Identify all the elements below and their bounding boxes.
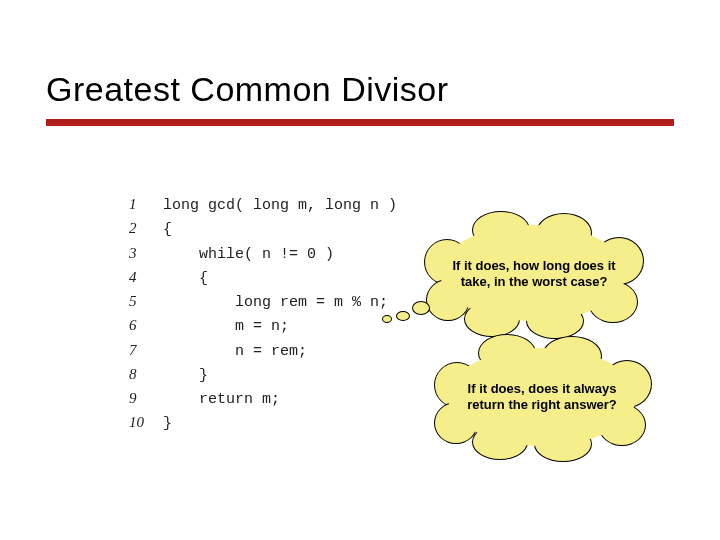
code-text: } [163, 412, 172, 435]
line-number: 1 [129, 193, 163, 216]
code-text: { [163, 218, 172, 241]
cloud-tail-dot [382, 315, 392, 323]
code-line: 1long gcd( long m, long n ) [129, 193, 439, 217]
line-number: 7 [129, 339, 163, 362]
thought-cloud-correctness: If it does, does it always return the ri… [430, 340, 654, 454]
code-text: } [163, 364, 208, 387]
title-underline [46, 119, 674, 126]
line-number: 5 [129, 290, 163, 313]
code-line: 3 while( n != 0 ) [129, 242, 439, 266]
line-number: 9 [129, 387, 163, 410]
code-text: return m; [163, 388, 280, 411]
line-number: 8 [129, 363, 163, 386]
title-block: Greatest Common Divisor [46, 70, 674, 131]
thought-cloud-time: If it does, how long does it take, in th… [418, 215, 650, 333]
line-number: 4 [129, 266, 163, 289]
code-listing: 1long gcd( long m, long n ) 2{ 3 while( … [129, 193, 439, 453]
cloud-tail-dot [396, 311, 410, 321]
slide-title: Greatest Common Divisor [46, 70, 674, 109]
code-text: long gcd( long m, long n ) [163, 194, 397, 217]
cloud-text: If it does, does it always return the ri… [430, 340, 654, 454]
line-number: 6 [129, 314, 163, 337]
code-line: 9 return m; [129, 387, 439, 411]
code-line: 2{ [129, 217, 439, 241]
code-text: n = rem; [163, 340, 307, 363]
code-line: 8 } [129, 363, 439, 387]
cloud-text: If it does, how long does it take, in th… [418, 215, 650, 333]
code-line: 7 n = rem; [129, 339, 439, 363]
code-line: 4 { [129, 266, 439, 290]
code-line: 10} [129, 411, 439, 435]
code-text: while( n != 0 ) [163, 243, 334, 266]
slide: Greatest Common Divisor 1long gcd( long … [0, 0, 720, 540]
code-text: { [163, 267, 208, 290]
code-text: long rem = m % n; [163, 291, 388, 314]
title-underline-gap [46, 129, 674, 131]
line-number: 2 [129, 217, 163, 240]
code-text: m = n; [163, 315, 289, 338]
code-line: 5 long rem = m % n; [129, 290, 439, 314]
line-number: 3 [129, 242, 163, 265]
line-number: 10 [129, 411, 163, 434]
code-line: 6 m = n; [129, 314, 439, 338]
